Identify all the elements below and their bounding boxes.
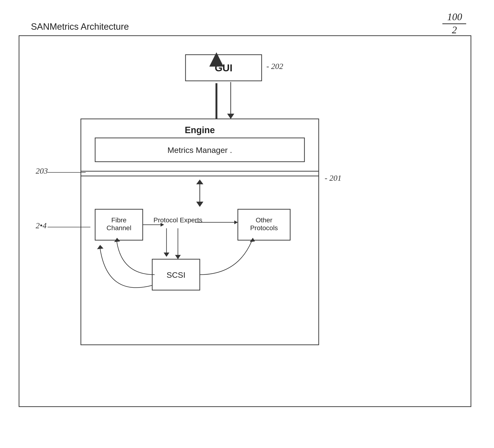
svg-text:100: 100 xyxy=(447,12,462,22)
engine-label: Engine xyxy=(185,125,215,135)
page-title: SANMetrics Architecture xyxy=(31,22,129,32)
svg-marker-17 xyxy=(175,255,181,259)
svg-marker-9 xyxy=(196,180,203,184)
svg-text:2: 2 xyxy=(452,24,457,36)
other-protocols-label2: Protocols xyxy=(250,224,278,232)
fibre-channel-label2: Channel xyxy=(107,224,131,232)
scsi-box xyxy=(152,259,200,290)
ref-201: - 201 xyxy=(325,174,342,182)
metrics-manager-label: Metrics Manager . xyxy=(167,145,232,155)
svg-marker-18 xyxy=(114,238,120,242)
arrow-up-icon xyxy=(209,52,223,67)
svg-marker-10 xyxy=(196,202,203,207)
fibre-channel-box xyxy=(95,209,143,240)
svg-marker-15 xyxy=(234,220,238,224)
fibre-channel-label: Fibre xyxy=(111,216,126,224)
ref-202: - 202 xyxy=(266,62,283,71)
scsi-label: SCSI xyxy=(166,270,185,279)
ref-203: 203 xyxy=(36,167,48,175)
svg-marker-21 xyxy=(164,253,169,257)
protocol-experts-label: Protocol Experts xyxy=(153,216,202,224)
arrow-down-icon xyxy=(227,114,234,119)
metrics-manager-box xyxy=(95,138,304,162)
other-protocols-box xyxy=(238,209,290,240)
svg-marker-13 xyxy=(161,223,164,227)
ref-204: 2•4 xyxy=(36,221,47,230)
svg-marker-19 xyxy=(250,238,255,242)
outer-box xyxy=(19,36,471,407)
svg-marker-22 xyxy=(97,245,103,249)
engine-box xyxy=(81,119,319,345)
gui-label: GUI xyxy=(215,62,233,73)
other-protocols-label: Other xyxy=(256,216,272,224)
gui-box xyxy=(185,55,262,81)
